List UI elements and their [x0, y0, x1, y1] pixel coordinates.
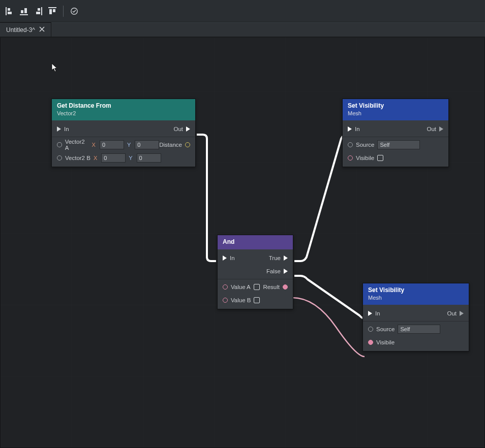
toolbar: [0, 0, 485, 22]
node-and[interactable]: And In True False: [217, 235, 293, 309]
exec-in-port[interactable]: [57, 126, 61, 132]
align-right-icon[interactable]: [33, 6, 44, 17]
svg-rect-3: [20, 14, 28, 15]
node-header[interactable]: And: [218, 235, 293, 249]
exec-in-port[interactable]: [348, 126, 352, 132]
exec-in-label: In: [375, 310, 380, 316]
y-label: Y: [127, 142, 131, 148]
vector-a-x-input[interactable]: [100, 140, 124, 149]
value-a-port[interactable]: [223, 284, 228, 290]
value-b-label: Value B: [231, 297, 251, 303]
exec-out-port[interactable]: [439, 126, 443, 132]
result-label: Result: [263, 284, 280, 290]
exec-out-port[interactable]: [460, 311, 464, 316]
distance-out-label: Distance: [159, 142, 182, 148]
exec-in-port[interactable]: [223, 255, 227, 261]
vector-a-y-input[interactable]: [135, 140, 159, 149]
y-label: Y: [129, 155, 132, 161]
svg-rect-1: [8, 8, 10, 11]
node-set-visibility-2[interactable]: Set Visibility Mesh In Out Source: [362, 283, 469, 351]
validate-icon[interactable]: [69, 6, 80, 17]
result-port[interactable]: [283, 284, 288, 290]
vector-b-port[interactable]: [57, 155, 62, 161]
tab-label: Untitled-3^: [6, 26, 35, 34]
tab-bar: Untitled-3^: [0, 22, 485, 38]
value-b-port[interactable]: [223, 298, 228, 303]
svg-rect-10: [49, 9, 52, 14]
vector-b-label: Vector2 B: [65, 155, 90, 161]
svg-rect-11: [53, 9, 55, 12]
visible-port[interactable]: [348, 155, 353, 161]
visible-label: Visibile: [356, 155, 374, 161]
graph-canvas[interactable]: Get Distance From Vector2 In Out Vector2…: [0, 38, 485, 448]
x-label: X: [92, 142, 96, 148]
node-title: Set Visibility: [348, 102, 384, 109]
node-subtitle: Mesh: [368, 295, 464, 301]
align-left-icon[interactable]: [4, 6, 15, 17]
node-title: And: [223, 238, 234, 245]
exec-out-label: Out: [447, 310, 457, 316]
toolbar-separator: [63, 6, 64, 17]
exec-true-label: True: [269, 255, 281, 261]
svg-rect-5: [24, 8, 27, 13]
source-label: Source: [356, 142, 374, 148]
svg-rect-8: [36, 12, 40, 14]
close-icon[interactable]: [39, 26, 45, 34]
exec-in-label: In: [64, 126, 69, 132]
visible-port[interactable]: [368, 340, 373, 345]
node-get-distance[interactable]: Get Distance From Vector2 In Out Vector2…: [51, 99, 196, 167]
visible-label: Visibile: [376, 339, 395, 345]
align-bottom-icon[interactable]: [18, 6, 29, 17]
x-label: X: [94, 155, 97, 161]
node-title: Get Distance From: [57, 102, 111, 109]
value-b-checkbox[interactable]: [254, 297, 260, 303]
exec-in-label: In: [355, 126, 360, 132]
svg-rect-9: [48, 7, 56, 8]
vector-a-port[interactable]: [57, 142, 62, 147]
exec-out-label: Out: [173, 126, 183, 132]
exec-false-label: False: [266, 268, 281, 274]
exec-in-label: In: [230, 255, 235, 261]
exec-out-label: Out: [427, 126, 436, 132]
tab-untitled[interactable]: Untitled-3^: [0, 22, 51, 37]
value-a-label: Value A: [231, 284, 251, 290]
source-input[interactable]: [398, 325, 440, 334]
node-header[interactable]: Get Distance From Vector2: [52, 99, 195, 120]
node-subtitle: Mesh: [348, 110, 443, 116]
vector-b-x-input[interactable]: [101, 153, 126, 163]
visible-checkbox[interactable]: [377, 155, 383, 161]
exec-false-port[interactable]: [284, 269, 288, 274]
distance-out-port[interactable]: [185, 142, 190, 147]
value-a-checkbox[interactable]: [254, 284, 260, 290]
vector-b-y-input[interactable]: [137, 153, 161, 163]
svg-rect-6: [41, 7, 42, 15]
source-input[interactable]: [377, 140, 420, 149]
svg-rect-4: [21, 10, 23, 13]
source-label: Source: [376, 326, 395, 332]
svg-rect-7: [38, 8, 40, 11]
svg-rect-0: [6, 7, 7, 15]
node-header[interactable]: Set Visibility Mesh: [363, 283, 469, 305]
node-subtitle: Vector2: [57, 110, 190, 116]
source-port[interactable]: [348, 142, 353, 147]
exec-true-port[interactable]: [284, 255, 288, 261]
source-port[interactable]: [368, 327, 373, 332]
exec-out-port[interactable]: [186, 126, 190, 132]
node-header[interactable]: Set Visibility Mesh: [343, 99, 448, 120]
node-title: Set Visibility: [368, 286, 404, 294]
vector-a-label: Vector2 A: [65, 139, 89, 151]
node-set-visibility-1[interactable]: Set Visibility Mesh In Out Source: [342, 99, 449, 167]
svg-rect-2: [8, 12, 12, 14]
exec-in-port[interactable]: [368, 311, 372, 316]
align-top-icon[interactable]: [47, 6, 58, 17]
